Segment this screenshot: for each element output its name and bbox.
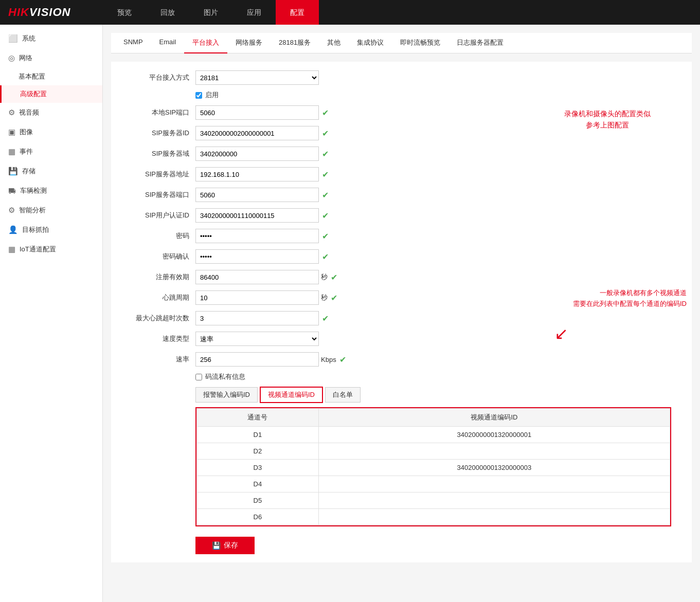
tab-video-channel[interactable]: 视频通道编码ID bbox=[260, 387, 323, 403]
subnav-log-server[interactable]: 日志服务器配置 bbox=[448, 33, 512, 53]
tab-whitelist[interactable]: 白名单 bbox=[325, 387, 361, 403]
subnav-28181[interactable]: 28181服务 bbox=[271, 33, 319, 53]
table-row: D4 bbox=[197, 476, 670, 492]
enable-checkbox[interactable] bbox=[195, 92, 202, 99]
col-channel: 通道号 bbox=[197, 409, 319, 427]
sip-port-check: ✔ bbox=[322, 108, 329, 118]
channel-table-scroll[interactable]: 通道号 视频通道编码ID D1 34020000001320000001 bbox=[196, 408, 670, 525]
save-button[interactable]: 💾 保存 bbox=[195, 537, 255, 554]
code-id-d1[interactable]: 34020000001320000001 bbox=[318, 427, 670, 443]
sidebar-item-storage[interactable]: 💾 存储 bbox=[0, 161, 102, 181]
tab-alarm-input[interactable]: 报警输入编码ID bbox=[195, 387, 258, 403]
iot-icon: ▦ bbox=[8, 245, 15, 254]
sip-domain-row: SIP服务器域 ✔ bbox=[123, 146, 679, 161]
channel-d2[interactable]: D2 bbox=[197, 443, 319, 460]
sidebar-subitem-basic[interactable]: 基本配置 bbox=[0, 68, 102, 85]
subnav-email[interactable]: Email bbox=[151, 33, 185, 53]
enable-label: 启用 bbox=[205, 90, 219, 100]
logo-hik: HIK bbox=[8, 6, 29, 19]
nav-app[interactable]: 应用 bbox=[232, 0, 276, 25]
channel-d5[interactable]: D5 bbox=[197, 492, 319, 509]
channel-d1[interactable]: D1 bbox=[197, 427, 319, 443]
inner-tabs: 报警输入编码ID 视频通道编码ID 白名单 bbox=[195, 387, 679, 403]
form-panel: 录像机和摄像头的配置类似 参考上图配置 一般录像机都有多个视频通道 需要在此列表… bbox=[111, 62, 692, 562]
private-checkbox[interactable] bbox=[195, 374, 202, 380]
password-confirm-input[interactable] bbox=[195, 249, 319, 264]
sidebar-label-network: 网络 bbox=[19, 53, 32, 63]
logo: HIKVISION bbox=[0, 6, 103, 19]
sidebar-label-iot: IoT通道配置 bbox=[20, 245, 56, 254]
sidebar-item-image[interactable]: ▣ 图像 bbox=[0, 122, 102, 142]
sidebar-item-network[interactable]: ◎ 网络 bbox=[0, 48, 102, 68]
nav-config[interactable]: 配置 bbox=[276, 0, 319, 25]
sidebar-item-vehicle[interactable]: ⛟ 车辆检测 bbox=[0, 181, 102, 200]
code-id-d4[interactable] bbox=[318, 476, 670, 492]
sip-server-port-label: SIP服务器端口 bbox=[123, 190, 195, 199]
max-heartbeat-label: 最大心跳超时次数 bbox=[123, 314, 195, 323]
annotation-1-line2: 参考上图配置 bbox=[564, 119, 651, 131]
subnav-integration[interactable]: 集成协议 bbox=[349, 33, 392, 53]
enable-row: 启用 bbox=[123, 90, 679, 100]
nav-playback[interactable]: 回放 bbox=[146, 0, 189, 25]
channel-d3[interactable]: D3 bbox=[197, 460, 319, 476]
channel-d4[interactable]: D4 bbox=[197, 476, 319, 492]
max-heartbeat-check: ✔ bbox=[322, 314, 329, 323]
code-id-d3[interactable]: 34020000001320000003 bbox=[318, 460, 670, 476]
logo-text: HIKVISION bbox=[8, 6, 70, 19]
subnav-platform[interactable]: 平台接入 bbox=[184, 33, 227, 53]
subnav-network-service[interactable]: 网络服务 bbox=[227, 33, 271, 53]
sidebar-item-video[interactable]: ⚙ 视音频 bbox=[0, 103, 102, 122]
sidebar-subitem-advanced[interactable]: 高级配置 bbox=[0, 85, 102, 103]
sip-server-id-input[interactable] bbox=[195, 126, 319, 140]
sip-user-id-row: SIP用户认证ID ✔ bbox=[123, 208, 679, 223]
password-input[interactable] bbox=[195, 229, 319, 243]
platform-type-select[interactable]: 28181 ONVIF SDK bbox=[195, 70, 319, 85]
storage-icon: 💾 bbox=[8, 167, 18, 176]
sip-user-id-input[interactable] bbox=[195, 208, 319, 223]
channel-d6[interactable]: D6 bbox=[197, 509, 319, 525]
sip-server-port-input[interactable] bbox=[195, 188, 319, 202]
sip-domain-input[interactable] bbox=[195, 147, 319, 161]
nav-picture[interactable]: 图片 bbox=[189, 0, 232, 25]
sidebar: ⬜ 系统 ◎ 网络 基本配置 高级配置 ⚙ 视音频 ▣ 图像 ▦ 事件 💾 存储… bbox=[0, 25, 103, 602]
subnav-other[interactable]: 其他 bbox=[319, 33, 349, 53]
video-icon: ⚙ bbox=[8, 108, 15, 117]
sidebar-item-event[interactable]: ▦ 事件 bbox=[0, 142, 102, 161]
subnav-live[interactable]: 即时流畅预览 bbox=[392, 33, 448, 53]
channel-table-container: 通道号 视频通道编码ID D1 34020000001320000001 bbox=[195, 407, 671, 526]
speed-type-label: 速度类型 bbox=[123, 334, 195, 343]
speed-type-select[interactable]: 速率 固定 bbox=[195, 332, 319, 346]
sub-nav: SNMP Email 平台接入 网络服务 28181服务 其他 集成协议 即时流… bbox=[111, 33, 692, 53]
col-code-id: 视频通道编码ID bbox=[318, 409, 670, 427]
speed-input[interactable] bbox=[195, 352, 319, 367]
speed-check: ✔ bbox=[339, 355, 346, 364]
nav-preview[interactable]: 预览 bbox=[103, 0, 146, 25]
sidebar-item-target[interactable]: 👤 目标抓拍 bbox=[0, 220, 102, 240]
sip-port-input[interactable] bbox=[195, 105, 319, 120]
reg-expire-input[interactable] bbox=[195, 270, 319, 284]
sip-domain-check: ✔ bbox=[322, 149, 329, 159]
table-row: D1 34020000001320000001 bbox=[197, 427, 670, 443]
sip-addr-label: SIP服务器地址 bbox=[123, 170, 195, 179]
sidebar-item-iot[interactable]: ▦ IoT通道配置 bbox=[0, 240, 102, 259]
speed-row: 速率 Kbps ✔ bbox=[123, 352, 679, 367]
code-id-d6[interactable] bbox=[318, 509, 670, 525]
code-id-d2[interactable] bbox=[318, 443, 670, 460]
arrow-down-icon: ↙ bbox=[554, 324, 568, 343]
sidebar-label-storage: 存储 bbox=[22, 167, 35, 176]
speed-type-row: 速度类型 速率 固定 bbox=[123, 331, 679, 346]
speed-unit: Kbps bbox=[321, 356, 336, 363]
table-row: D5 bbox=[197, 492, 670, 509]
sidebar-item-system[interactable]: ⬜ 系统 bbox=[0, 29, 102, 48]
sip-addr-input[interactable] bbox=[195, 167, 319, 181]
sip-addr-row: SIP服务器地址 ✔ bbox=[123, 167, 679, 182]
heartbeat-input[interactable] bbox=[195, 290, 319, 305]
password-check: ✔ bbox=[322, 231, 329, 241]
subnav-snmp[interactable]: SNMP bbox=[115, 33, 151, 53]
event-icon: ▦ bbox=[8, 147, 15, 156]
table-row: D2 bbox=[197, 443, 670, 460]
sip-server-id-label: SIP服务器ID bbox=[123, 129, 195, 138]
sidebar-item-ai[interactable]: ⚙ 智能分析 bbox=[0, 200, 102, 220]
code-id-d5[interactable] bbox=[318, 492, 670, 509]
max-heartbeat-input[interactable] bbox=[195, 311, 319, 325]
